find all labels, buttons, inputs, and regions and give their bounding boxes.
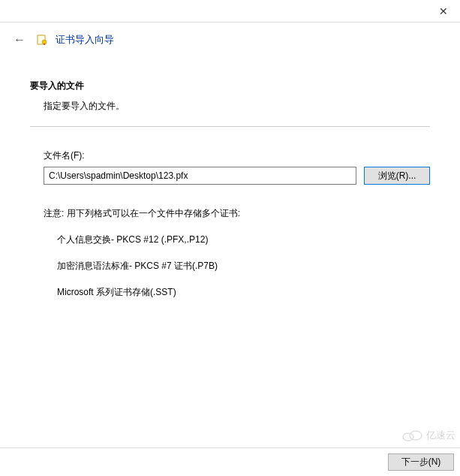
file-row: 浏览(R)...	[44, 167, 430, 185]
section-subtitle: 指定要导入的文件。	[30, 100, 430, 113]
note-text: 注意: 用下列格式可以在一个文件中存储多个证书:	[44, 207, 430, 220]
certificate-wizard-icon	[36, 34, 48, 46]
browse-button[interactable]: 浏览(R)...	[364, 167, 430, 185]
format-item-sst: Microsoft 系列证书存储(.SST)	[44, 286, 430, 299]
close-button[interactable]: ✕	[426, 0, 460, 23]
content-area: 要导入的文件 指定要导入的文件。 文件名(F): 浏览(R)... 注意: 用下…	[0, 57, 460, 299]
cloud-icon	[401, 428, 423, 443]
back-button[interactable]: ←	[11, 32, 29, 48]
divider	[30, 126, 430, 127]
svg-point-3	[410, 431, 422, 440]
close-icon: ✕	[439, 5, 448, 17]
filename-label: 文件名(F):	[44, 149, 430, 162]
section-title: 要导入的文件	[30, 80, 430, 92]
wizard-title: 证书导入向导	[56, 33, 114, 47]
next-button[interactable]: 下一步(N)	[388, 453, 454, 471]
file-section: 文件名(F): 浏览(R)... 注意: 用下列格式可以在一个文件中存储多个证书…	[30, 149, 430, 299]
wizard-header: ← 证书导入向导	[0, 23, 460, 57]
back-arrow-icon: ←	[14, 33, 26, 46]
filename-input[interactable]	[44, 167, 356, 185]
bottom-bar: 下一步(N)	[0, 447, 460, 476]
format-item-pkcs7: 加密消息语法标准- PKCS #7 证书(.P7B)	[44, 260, 430, 273]
format-item-pkcs12: 个人信息交换- PKCS #12 (.PFX,.P12)	[44, 233, 430, 246]
titlebar: ✕	[0, 0, 460, 23]
watermark-text: 亿速云	[426, 429, 455, 442]
watermark: 亿速云	[401, 428, 455, 443]
